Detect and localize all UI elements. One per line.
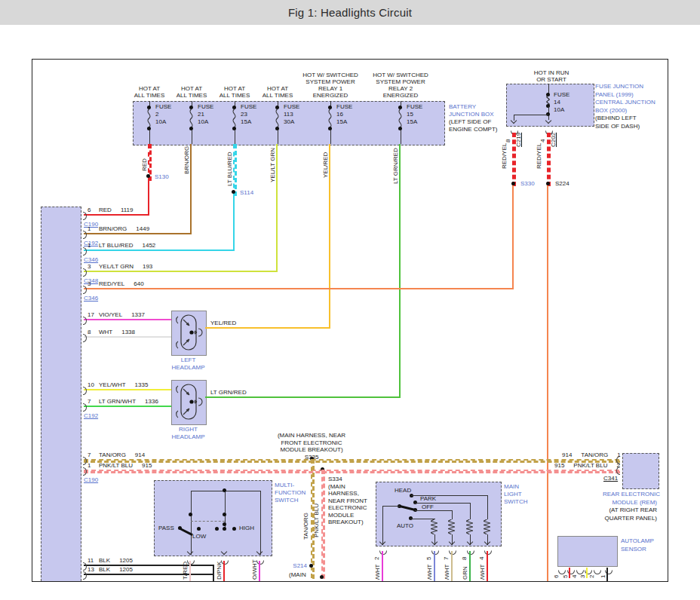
wire-whtred-frag [189,561,191,581]
wire-ltgrnwht-1336 [84,406,171,407]
fem-row7-label: 8WHT1338 [88,329,135,336]
mls-resistor-icon-1 [431,519,438,534]
right-headlamp-label-line1: RIGHT [164,426,213,433]
mls-pin-3: 7 [443,557,450,560]
mls-pin-2: 5 [425,557,432,560]
fem-row3-label: 1LT BLU/RED1452 [88,242,155,249]
wire-label-red: RED [141,158,148,171]
mls-label-line2: LIGHT [504,491,522,498]
mls-pin-5: 4 [478,557,485,560]
fuse113-lead-bottom [278,130,278,144]
fuse15-lead-bottom [401,130,401,144]
mls-connector-arc-2 [431,546,439,555]
wire-brnorg-vert [190,144,192,233]
rem-location-line2: QUARTER PANEL) [603,515,657,522]
wire-pnkltblu-915 [84,470,627,473]
fuse2-element-icon [145,109,153,127]
autolamp-wire-yellow [586,568,588,578]
mfs-mech-dashed-line [191,521,225,522]
autolamp-arc-3 [576,566,584,574]
rem-row2-label: 915PNK/LT BLU2 [554,462,620,470]
fem-row11-conn: C190 [84,476,98,484]
autolamp-sensor-box [557,536,618,567]
wire-redyel-right-dashed [547,133,551,186]
fuse2-id: 2 [155,111,158,118]
wire-ltgrnred-out [205,396,401,398]
fuse113-hot-line2: ALL TIMES [251,92,304,99]
fuse23-lead-bottom [235,130,235,144]
mls-label-line3: SWITCH [504,498,528,506]
autolamp-pin-6: 1 [600,575,606,578]
fuse21-element-icon [187,109,195,127]
rem-box [622,453,659,489]
s214-note-extra: (MAIN [289,571,306,579]
s334-note-line6: MODULE [328,512,354,519]
s335-note-line1: (MAIN HARNESS, NEAR [259,432,364,439]
mfs-wire-fragment-2: D/PNK [216,562,223,580]
fuse2-amps: 10A [155,118,166,126]
mfs-wire-fragment-1: T/RED [182,562,189,580]
wire-yelltgrn-vert [276,144,278,271]
wire-label-yelltgrn: YEL/LT GRN [269,148,276,182]
diagram-frame: HOT AT ALL TIMES HOT AT ALL TIMES HOT AT… [32,59,668,582]
wire-label-yelred: YEL/RED [322,152,329,178]
wire-redyel-s224-drop [547,185,548,581]
autolamp-pin-4: 3 [579,575,586,578]
wire-wht-1338 [84,336,171,338]
fuse16-id: 16 [336,111,343,118]
wire-brnorg-1449 [84,233,192,234]
mfs-dot-top [223,488,226,492]
wire-pnkltblu-drop [321,470,325,582]
mls-resistor-icon-2 [448,519,455,534]
mls-pin-4: 8 [461,557,468,560]
fuse23-id: 23 [241,111,247,118]
mls-off-drop [452,510,453,520]
wire-label-ltblured: LT BLU/RED [226,152,233,187]
autolamp-pin-3: 4 [571,575,578,578]
mls-park-label: PARK [420,495,436,503]
mls-wire-fragment-4: GRN [462,566,468,580]
fem-row9-conn: C192 [84,412,98,420]
s334-note-line7: BREAKOUT) [328,519,364,526]
fem-row12-label: 11BLK1205 [88,557,133,565]
fjp-hot-line2: OR START [523,76,580,84]
fuse16-word: FUSE [336,103,352,111]
left-headlamp-label-line1: LEFT [164,357,213,364]
bjb-location-line2: ENGINE COMPT) [449,126,497,133]
fuse14-id: 14 [554,99,560,106]
figure-title: Fig 1: Headlights Circuit [288,6,412,19]
mls-head-label: HEAD [395,487,411,494]
s334-note-line1: S334 [328,476,342,483]
mls-wire-1 [382,551,383,581]
mls-wire-3 [451,551,453,581]
rem-label-line2: MODULE (REM) [603,499,657,507]
fuse21-amps: 10A [198,118,208,126]
mfs-pass-label: PASS [158,525,174,532]
mls-label-line1: MAIN [504,483,519,491]
splice-dot-pnk-bottom [320,575,324,579]
fem-row10-label: 7TAN/ORG914 [88,452,145,459]
fuse2-word: FUSE [155,103,171,111]
mls-connector-arc-3 [449,546,456,555]
fuse113-id: 113 [284,111,293,118]
fjp-pin-left: 8 [505,139,511,142]
mfs-dot-mid-b [223,527,226,531]
mfs-dot-left-upper [189,513,192,516]
fuse15-id: 15 [407,111,413,118]
fuse2-lead-bottom [149,130,150,144]
wire-ltblured-1452 [84,249,235,251]
fuse16-lead-bottom [330,130,331,144]
fuse15-amps: 15A [407,118,417,126]
wire-blk-1205-b [84,574,214,575]
fuse23-amps: 15A [241,118,251,126]
splice-label-s224: S224 [555,180,570,188]
wire-ltblured-solid [233,191,235,249]
mfs-dot-c2 [215,527,219,531]
fem-row6-label: 17VIO/YEL1337 [88,311,145,319]
mfs-left-vert [191,491,192,555]
s335-note-line3: MODULE BREAKOUT) [259,446,364,454]
fuse23-word: FUSE [241,103,256,111]
splice-label-s114: S114 [240,189,253,197]
s334-note-line2: (MAIN [328,483,345,491]
fem-row8-label: 10YEL/WHT1335 [88,381,148,389]
